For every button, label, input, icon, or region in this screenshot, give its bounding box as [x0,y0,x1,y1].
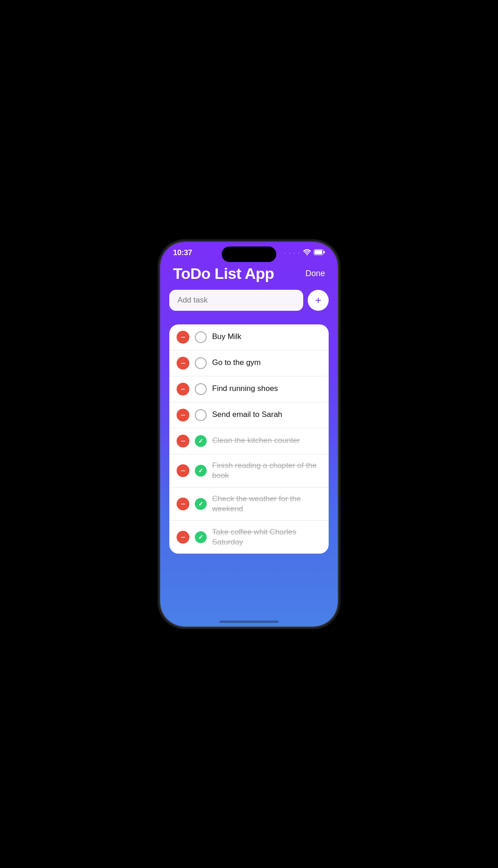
task-item: −✓Finish reading a chapter of the book [169,454,329,488]
done-button[interactable]: Done [305,269,325,278]
task-item: −Send email to Sarah [169,402,329,428]
check-icon: ✓ [198,500,203,508]
task-item: −✓Clean the kitchen counter [169,428,329,454]
check-icon: ✓ [198,437,203,445]
svg-rect-2 [315,250,322,254]
task-checkbox[interactable]: ✓ [195,435,207,447]
check-icon: ✓ [198,534,203,541]
task-input[interactable] [169,290,303,311]
status-icons: · · · · [285,249,325,257]
add-task-button[interactable]: + [308,290,329,311]
task-text: Go to the gym [212,358,321,368]
delete-task-button[interactable]: − [177,357,189,370]
signal-icon: · · · · [285,250,300,256]
wifi-icon [303,249,311,257]
task-item: −Buy Milk [169,324,329,350]
task-checkbox[interactable]: ✓ [195,531,207,543]
status-time: 10:37 [173,248,192,257]
task-text: Send email to Sarah [212,410,321,420]
task-checkbox[interactable] [195,383,207,395]
task-text: Find running shoes [212,384,321,394]
task-text: Take coffee whit Charles Saturday [212,527,321,547]
delete-task-button[interactable]: − [177,331,189,344]
task-text: Finish reading a chapter of the book [212,461,321,481]
app-title: ToDo List App [173,265,274,282]
delete-task-button[interactable]: − [177,383,189,395]
delete-task-button[interactable]: − [177,464,189,477]
delete-task-button[interactable]: − [177,531,189,544]
task-checkbox[interactable] [195,409,207,421]
phone-frame: 10:37 · · · · [160,242,338,627]
task-item: −Find running shoes [169,376,329,402]
task-item: −✓Take coffee whit Charles Saturday [169,521,329,554]
task-item: −✓Check the weather for the weekend [169,488,329,521]
task-text: Buy Milk [212,332,321,342]
phone-screen: 10:37 · · · · [160,242,338,627]
check-icon: ✓ [198,467,203,474]
dynamic-island [222,247,276,262]
delete-task-button[interactable]: − [177,409,189,421]
task-item: −Go to the gym [169,350,329,376]
input-area: + [160,290,338,320]
status-bar: 10:37 · · · · [160,242,338,261]
svg-rect-1 [324,251,325,253]
task-checkbox[interactable] [195,357,207,369]
battery-icon [314,249,325,257]
task-list: −Buy Milk−Go to the gym−Find running sho… [169,324,329,554]
header: ToDo List App Done [160,261,338,290]
task-checkbox[interactable]: ✓ [195,465,207,477]
plus-icon: + [315,294,321,307]
home-indicator [219,621,279,623]
task-checkbox[interactable] [195,331,207,343]
delete-task-button[interactable]: − [177,435,189,447]
task-text: Check the weather for the weekend [212,494,321,514]
task-text: Clean the kitchen counter [212,436,321,446]
delete-task-button[interactable]: − [177,498,189,510]
task-checkbox[interactable]: ✓ [195,498,207,510]
